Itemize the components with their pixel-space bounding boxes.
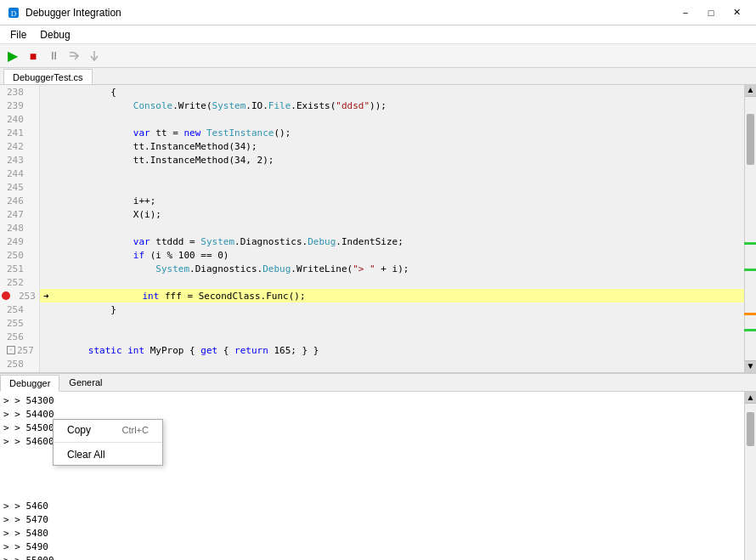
code-line-242: tt.InstanceMethod(34); xyxy=(40,139,744,153)
line-253: 253 xyxy=(0,289,39,303)
code-line-256 xyxy=(40,330,744,343)
line-240: 240 xyxy=(0,112,39,126)
menu-file[interactable]: File xyxy=(3,25,33,43)
ctx-copy-shortcut: Ctrl+C xyxy=(122,425,149,435)
ctx-copy-label: Copy xyxy=(67,424,91,436)
window-title: Debugger Integration xyxy=(25,7,673,19)
toolbar: ▶ ■ ⏸ xyxy=(0,44,756,68)
line-256: 256 xyxy=(0,330,39,343)
output-content[interactable]: > 54300 > 54400 > 54500 > 54600 Copy Ctr… xyxy=(0,392,756,560)
scroll-indicator-green-1 xyxy=(744,242,756,245)
line-255: 255 xyxy=(0,316,39,330)
code-line-258 xyxy=(40,357,744,371)
ctx-copy[interactable]: Copy Ctrl+C xyxy=(54,420,162,440)
output-line-1: > 54300 xyxy=(0,393,756,407)
minimize-button[interactable]: − xyxy=(673,4,698,21)
context-menu: Copy Ctrl+C Clear All xyxy=(53,419,163,466)
line-248: 248 xyxy=(0,221,39,235)
code-line-246: i++; xyxy=(40,194,744,207)
line-254: 254 xyxy=(0,303,39,316)
code-line-251: System.Diagnostics.Debug.WriteLine("> " … xyxy=(40,262,744,275)
line-245: 245 xyxy=(0,180,39,194)
main-window: D Debugger Integration − □ ✕ File Debug … xyxy=(0,0,756,560)
maximize-button[interactable]: □ xyxy=(698,4,724,21)
file-tab-debuggertest[interactable]: DebuggerTest.cs xyxy=(3,69,93,84)
window-controls: − □ ✕ xyxy=(673,4,749,21)
line-246: 246 xyxy=(0,194,39,207)
sub-tab-bar: Debugger General xyxy=(0,374,756,392)
scroll-thumb[interactable] xyxy=(747,114,754,165)
line-244: 244 xyxy=(0,167,39,180)
output-line-8: > 5490 xyxy=(0,540,756,553)
stop-button[interactable]: ■ xyxy=(24,47,42,65)
menu-debug[interactable]: Debug xyxy=(33,25,76,43)
line-numbers: 238 239 240 241 242 243 244 245 246 247 … xyxy=(0,85,40,372)
scroll-indicator-orange xyxy=(744,313,756,315)
line-247: 247 xyxy=(0,207,39,221)
output-scroll-track[interactable] xyxy=(745,404,756,560)
code-line-239: Console.Write(System.IO.File.Exists("dds… xyxy=(40,99,744,112)
line-250: 250 xyxy=(0,248,39,262)
step-over-button[interactable] xyxy=(65,47,83,65)
code-line-247: X(i); xyxy=(40,207,744,221)
line-239: 239 xyxy=(0,99,39,112)
scroll-indicator-green-3 xyxy=(744,329,756,331)
code-line-252 xyxy=(40,275,744,289)
title-bar: D Debugger Integration − □ ✕ xyxy=(0,0,756,25)
close-button[interactable]: ✕ xyxy=(724,4,749,21)
bottom-panel: Output Breakpoints Call Stack Locals Wat… xyxy=(0,372,756,560)
code-line-253: ➜ int fff = SecondClass.Func(); xyxy=(40,289,744,303)
line-249: 249 xyxy=(0,235,39,248)
collapse-257-icon[interactable]: - xyxy=(7,346,15,354)
ctx-clear-all[interactable]: Clear All xyxy=(54,444,162,465)
line-252: 252 xyxy=(0,275,39,289)
step-into-button[interactable] xyxy=(85,47,104,65)
line-258: 258 xyxy=(0,357,39,371)
breakpoint-indicator xyxy=(2,291,10,300)
editor-scrollbar[interactable]: ▲ ▼ xyxy=(744,85,756,372)
code-line-257: static int MyProp { get { return 165; } … xyxy=(40,343,744,357)
code-line-254: } xyxy=(40,303,744,316)
svg-text:D: D xyxy=(11,9,17,18)
code-content[interactable]: { Console.Write(System.IO.File.Exists("d… xyxy=(40,85,744,372)
output-scrollbar[interactable]: ▲ ▼ xyxy=(744,392,756,560)
output-scroll-up[interactable]: ▲ xyxy=(745,392,756,404)
code-line-248 xyxy=(40,221,744,235)
app-icon: D xyxy=(7,6,20,20)
output-area: > 54300 > 54400 > 54500 > 54600 Copy Ctr… xyxy=(0,392,756,560)
play-button[interactable]: ▶ xyxy=(3,47,22,65)
code-line-238: { xyxy=(40,85,744,99)
code-line-259: static int _sf = 77; xyxy=(40,371,744,372)
ctx-clear-all-label: Clear All xyxy=(67,449,105,461)
code-line-255 xyxy=(40,316,744,330)
scroll-down-button[interactable]: ▼ xyxy=(745,360,756,372)
code-line-243: tt.InstanceMethod(34, 2); xyxy=(40,153,744,167)
file-tabs: DebuggerTest.cs xyxy=(0,68,756,85)
line-259: 259 xyxy=(0,371,39,372)
sub-tab-debugger[interactable]: Debugger xyxy=(0,375,59,392)
code-line-240 xyxy=(40,112,744,126)
sub-tab-general[interactable]: General xyxy=(59,374,111,391)
code-line-241: var tt = new TestInstance(); xyxy=(40,126,744,139)
output-line-5: > 5460 xyxy=(0,499,756,512)
line-242: 242 xyxy=(0,139,39,153)
line-257: - 257 xyxy=(0,343,39,357)
code-line-250: if (i % 100 == 0) xyxy=(40,248,744,262)
pause-button[interactable]: ⏸ xyxy=(44,47,63,65)
scroll-up-button[interactable]: ▲ xyxy=(745,85,756,97)
line-241: 241 xyxy=(0,126,39,139)
output-scroll-thumb[interactable] xyxy=(747,412,754,446)
menu-bar: File Debug xyxy=(0,25,756,44)
editor-wrapper: 238 239 240 241 242 243 244 245 246 247 … xyxy=(0,85,756,372)
output-line-9: > 55000 xyxy=(0,553,756,560)
line-238: 238 xyxy=(0,85,39,99)
code-line-245 xyxy=(40,180,744,194)
output-line-6: > 5470 xyxy=(0,512,756,526)
ctx-divider xyxy=(54,442,162,443)
code-line-244 xyxy=(40,167,744,180)
line-251: 251 xyxy=(0,262,39,275)
output-line-7: > 5480 xyxy=(0,526,756,540)
line-243: 243 xyxy=(0,153,39,167)
scroll-track[interactable] xyxy=(745,97,756,360)
code-line-249: var ttddd = System.Diagnostics.Debug.Ind… xyxy=(40,235,744,248)
